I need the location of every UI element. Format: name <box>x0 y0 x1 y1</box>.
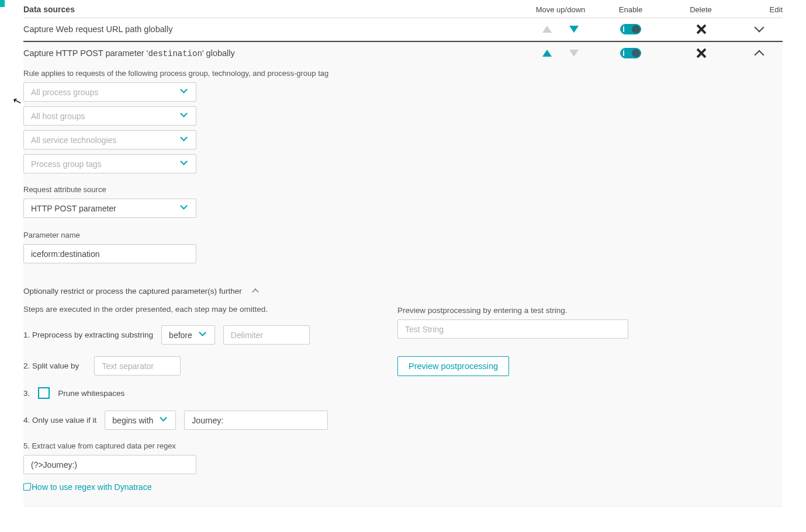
step-5-label: 5. Extract value from captured data per … <box>23 441 362 450</box>
parameter-name-input[interactable] <box>23 244 196 263</box>
chevron-down-icon <box>181 88 189 96</box>
col-delete: Delete <box>666 5 736 14</box>
chevron-down-icon <box>199 331 207 339</box>
request-source-label: Request attribute source <box>23 185 783 194</box>
regex-input[interactable] <box>23 455 196 474</box>
chevron-up-icon <box>252 287 261 295</box>
service-technology-select[interactable]: All service technologies <box>23 130 196 149</box>
split-separator-input[interactable] <box>94 356 181 375</box>
step-1: 1. Preprocess by extracting substring be… <box>23 325 362 345</box>
chevron-down-icon <box>181 204 189 213</box>
external-link-icon <box>23 484 30 491</box>
preview-label: Preview postprocessing by entering a tes… <box>397 306 783 315</box>
chevron-down-icon <box>160 416 168 425</box>
chevron-down-icon <box>181 112 189 120</box>
data-source-row: Capture Web request URL path globally <box>23 18 783 41</box>
step-4: 4. Only use value if it begins with <box>23 411 362 430</box>
enable-toggle[interactable] <box>620 24 641 34</box>
move-up-icon[interactable] <box>542 50 552 57</box>
steps-intro: Steps are executed in the order presente… <box>23 305 362 314</box>
data-sources-header: Data sources Move up/down Enable Delete … <box>23 2 783 18</box>
delete-icon[interactable] <box>696 48 706 58</box>
prune-whitespace-checkbox[interactable] <box>38 387 50 399</box>
host-group-select[interactable]: All host groups <box>23 106 196 126</box>
col-move: Move up/down <box>525 5 596 14</box>
sidebar-accent <box>0 0 5 7</box>
condition-mode-select[interactable]: begins with <box>105 411 176 430</box>
header-title: Data sources <box>23 5 525 14</box>
row-name: Capture HTTP POST parameter 'destination… <box>23 48 525 58</box>
data-source-row: Capture HTTP POST parameter 'destination… <box>23 41 783 64</box>
preview-button[interactable]: Preview postprocessing <box>397 356 509 376</box>
delete-icon[interactable] <box>696 24 706 34</box>
move-up-icon <box>542 26 552 33</box>
condition-value-input[interactable] <box>184 411 328 430</box>
move-down-icon[interactable] <box>569 26 579 33</box>
parameter-name-label: Parameter name <box>23 231 783 239</box>
rule-scope-label: Rule applies to requests of the followin… <box>23 69 783 78</box>
optional-section-toggle[interactable]: Optionally restrict or process the captu… <box>23 287 783 295</box>
preview-test-input[interactable] <box>397 319 628 339</box>
delimiter-input[interactable] <box>223 325 310 345</box>
process-group-select[interactable]: All process groups <box>23 82 196 102</box>
rule-editor-panel: Rule applies to requests of the followin… <box>23 64 783 507</box>
col-enable: Enable <box>596 5 666 14</box>
collapse-icon[interactable] <box>755 49 763 57</box>
preprocess-mode-select[interactable]: before <box>161 325 215 345</box>
enable-toggle[interactable] <box>620 48 641 58</box>
expand-icon[interactable] <box>755 25 763 33</box>
regex-help-link[interactable]: How to use regex with Dynatrace <box>23 482 151 492</box>
col-edit: Edit <box>736 5 783 14</box>
chevron-down-icon <box>181 160 189 168</box>
step-2: 2. Split value by <box>23 356 362 375</box>
row-name: Capture Web request URL path globally <box>23 25 525 34</box>
chevron-down-icon <box>181 136 189 144</box>
request-source-select[interactable]: HTTP POST parameter <box>23 199 196 218</box>
step-3: 3. Prune whitespaces <box>23 387 362 399</box>
move-down-icon <box>569 50 579 57</box>
process-group-tags-select[interactable]: Process group tags <box>23 154 196 173</box>
